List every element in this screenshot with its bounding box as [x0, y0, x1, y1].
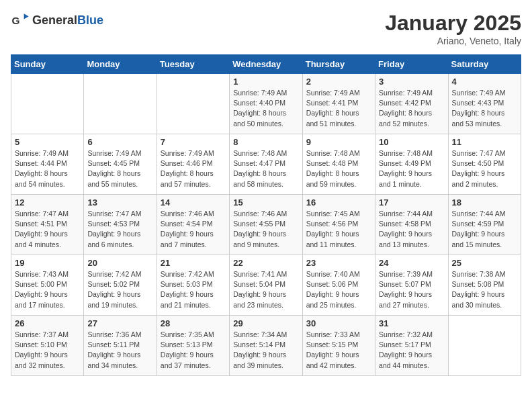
page-header: G GeneralBlue January 2025 Ariano, Venet… — [11, 11, 521, 46]
day-number: 13 — [87, 197, 152, 208]
day-info: Sunrise: 7:32 AM Sunset: 5:17 PM Dayligh… — [379, 330, 444, 371]
day-info: Sunrise: 7:45 AM Sunset: 4:56 PM Dayligh… — [306, 209, 371, 250]
day-number: 31 — [379, 318, 444, 328]
calendar-cell: 13Sunrise: 7:47 AM Sunset: 4:53 PM Dayli… — [84, 195, 157, 255]
day-info: Sunrise: 7:49 AM Sunset: 4:45 PM Dayligh… — [87, 148, 152, 189]
day-number: 30 — [306, 318, 371, 328]
day-info: Sunrise: 7:48 AM Sunset: 4:48 PM Dayligh… — [306, 148, 371, 189]
calendar-cell: 15Sunrise: 7:46 AM Sunset: 4:55 PM Dayli… — [230, 195, 302, 255]
day-header-tuesday: Tuesday — [157, 55, 229, 74]
day-number: 23 — [306, 258, 371, 268]
day-info: Sunrise: 7:42 AM Sunset: 5:03 PM Dayligh… — [161, 269, 226, 310]
day-info: Sunrise: 7:49 AM Sunset: 4:42 PM Dayligh… — [379, 88, 444, 129]
day-info: Sunrise: 7:49 AM Sunset: 4:41 PM Dayligh… — [306, 88, 371, 129]
calendar-cell: 14Sunrise: 7:46 AM Sunset: 4:54 PM Dayli… — [157, 195, 229, 255]
day-number: 10 — [379, 137, 444, 147]
day-header-sunday: Sunday — [11, 55, 84, 74]
calendar-cell: 18Sunrise: 7:44 AM Sunset: 4:59 PM Dayli… — [448, 195, 521, 255]
calendar-week-row: 1Sunrise: 7:49 AM Sunset: 4:40 PM Daylig… — [11, 74, 521, 134]
day-info: Sunrise: 7:48 AM Sunset: 4:47 PM Dayligh… — [233, 148, 298, 189]
calendar-cell: 2Sunrise: 7:49 AM Sunset: 4:41 PM Daylig… — [302, 74, 375, 134]
calendar-cell: 21Sunrise: 7:42 AM Sunset: 5:03 PM Dayli… — [157, 255, 229, 316]
day-info: Sunrise: 7:49 AM Sunset: 4:43 PM Dayligh… — [452, 88, 517, 129]
day-info: Sunrise: 7:44 AM Sunset: 4:59 PM Dayligh… — [452, 209, 517, 250]
day-number: 25 — [452, 258, 517, 268]
day-number: 3 — [379, 77, 444, 87]
calendar-cell: 8Sunrise: 7:48 AM Sunset: 4:47 PM Daylig… — [230, 134, 302, 195]
calendar-cell — [448, 316, 521, 376]
svg-text:G: G — [11, 15, 19, 26]
calendar-cell: 20Sunrise: 7:42 AM Sunset: 5:02 PM Dayli… — [84, 255, 157, 316]
calendar-cell: 6Sunrise: 7:49 AM Sunset: 4:45 PM Daylig… — [84, 134, 157, 195]
calendar-cell: 7Sunrise: 7:49 AM Sunset: 4:46 PM Daylig… — [157, 134, 229, 195]
calendar-cell: 4Sunrise: 7:49 AM Sunset: 4:43 PM Daylig… — [448, 74, 521, 134]
day-number: 22 — [233, 258, 298, 268]
day-number: 17 — [379, 197, 444, 208]
day-info: Sunrise: 7:49 AM Sunset: 4:46 PM Dayligh… — [161, 148, 226, 189]
calendar-cell — [11, 74, 84, 134]
day-number: 6 — [87, 137, 152, 147]
day-info: Sunrise: 7:40 AM Sunset: 5:06 PM Dayligh… — [306, 269, 371, 310]
day-info: Sunrise: 7:43 AM Sunset: 5:00 PM Dayligh… — [15, 269, 80, 310]
calendar-cell: 30Sunrise: 7:33 AM Sunset: 5:15 PM Dayli… — [302, 316, 375, 376]
calendar-cell: 19Sunrise: 7:43 AM Sunset: 5:00 PM Dayli… — [11, 255, 84, 316]
logo-text-general: General — [32, 13, 77, 28]
day-number: 24 — [379, 258, 444, 268]
calendar-cell: 26Sunrise: 7:37 AM Sunset: 5:10 PM Dayli… — [11, 316, 84, 376]
calendar-week-row: 26Sunrise: 7:37 AM Sunset: 5:10 PM Dayli… — [11, 316, 521, 376]
calendar-header-row: SundayMondayTuesdayWednesdayThursdayFrid… — [11, 55, 521, 74]
title-block: January 2025 Ariano, Veneto, Italy — [385, 11, 521, 46]
day-header-thursday: Thursday — [302, 55, 375, 74]
calendar-cell: 31Sunrise: 7:32 AM Sunset: 5:17 PM Dayli… — [375, 316, 448, 376]
day-number: 8 — [233, 137, 298, 147]
calendar-week-row: 12Sunrise: 7:47 AM Sunset: 4:51 PM Dayli… — [11, 195, 521, 255]
calendar-cell — [157, 74, 229, 134]
day-info: Sunrise: 7:47 AM Sunset: 4:50 PM Dayligh… — [452, 148, 517, 189]
day-info: Sunrise: 7:47 AM Sunset: 4:53 PM Dayligh… — [87, 209, 152, 250]
day-number: 29 — [233, 318, 298, 328]
day-info: Sunrise: 7:47 AM Sunset: 4:51 PM Dayligh… — [15, 209, 80, 250]
day-info: Sunrise: 7:48 AM Sunset: 4:49 PM Dayligh… — [379, 148, 444, 189]
calendar-cell: 10Sunrise: 7:48 AM Sunset: 4:49 PM Dayli… — [375, 134, 448, 195]
calendar-cell: 17Sunrise: 7:44 AM Sunset: 4:58 PM Dayli… — [375, 195, 448, 255]
calendar-cell: 23Sunrise: 7:40 AM Sunset: 5:06 PM Dayli… — [302, 255, 375, 316]
calendar-cell: 29Sunrise: 7:34 AM Sunset: 5:14 PM Dayli… — [230, 316, 302, 376]
day-number: 12 — [15, 197, 80, 208]
day-info: Sunrise: 7:46 AM Sunset: 4:55 PM Dayligh… — [233, 209, 298, 250]
day-number: 9 — [306, 137, 371, 147]
day-header-wednesday: Wednesday — [230, 55, 302, 74]
day-number: 7 — [161, 137, 226, 147]
day-info: Sunrise: 7:36 AM Sunset: 5:11 PM Dayligh… — [87, 330, 152, 371]
calendar-cell: 5Sunrise: 7:49 AM Sunset: 4:44 PM Daylig… — [11, 134, 84, 195]
day-number: 20 — [87, 258, 152, 268]
day-number: 4 — [452, 77, 517, 87]
calendar-cell: 28Sunrise: 7:35 AM Sunset: 5:13 PM Dayli… — [157, 316, 229, 376]
day-info: Sunrise: 7:35 AM Sunset: 5:13 PM Dayligh… — [161, 330, 226, 371]
day-number: 18 — [452, 197, 517, 208]
day-info: Sunrise: 7:34 AM Sunset: 5:14 PM Dayligh… — [233, 330, 298, 371]
day-number: 1 — [233, 77, 298, 87]
logo-icon: G — [11, 11, 30, 30]
day-number: 27 — [87, 318, 152, 328]
svg-marker-1 — [24, 13, 29, 19]
day-info: Sunrise: 7:38 AM Sunset: 5:08 PM Dayligh… — [452, 269, 517, 310]
day-info: Sunrise: 7:33 AM Sunset: 5:15 PM Dayligh… — [306, 330, 371, 371]
calendar-cell: 24Sunrise: 7:39 AM Sunset: 5:07 PM Dayli… — [375, 255, 448, 316]
calendar-cell: 12Sunrise: 7:47 AM Sunset: 4:51 PM Dayli… — [11, 195, 84, 255]
day-number: 26 — [15, 318, 80, 328]
calendar-cell: 16Sunrise: 7:45 AM Sunset: 4:56 PM Dayli… — [302, 195, 375, 255]
calendar-cell: 3Sunrise: 7:49 AM Sunset: 4:42 PM Daylig… — [375, 74, 448, 134]
logo: G GeneralBlue — [11, 11, 103, 30]
calendar-week-row: 5Sunrise: 7:49 AM Sunset: 4:44 PM Daylig… — [11, 134, 521, 195]
day-info: Sunrise: 7:44 AM Sunset: 4:58 PM Dayligh… — [379, 209, 444, 250]
day-info: Sunrise: 7:46 AM Sunset: 4:54 PM Dayligh… — [161, 209, 226, 250]
day-info: Sunrise: 7:49 AM Sunset: 4:44 PM Dayligh… — [15, 148, 80, 189]
day-number: 2 — [306, 77, 371, 87]
day-number: 21 — [161, 258, 226, 268]
calendar-cell: 1Sunrise: 7:49 AM Sunset: 4:40 PM Daylig… — [230, 74, 302, 134]
calendar-table: SundayMondayTuesdayWednesdayThursdayFrid… — [11, 54, 521, 376]
day-info: Sunrise: 7:37 AM Sunset: 5:10 PM Dayligh… — [15, 330, 80, 371]
calendar-week-row: 19Sunrise: 7:43 AM Sunset: 5:00 PM Dayli… — [11, 255, 521, 316]
day-number: 19 — [15, 258, 80, 268]
calendar-title: January 2025 — [385, 11, 521, 36]
